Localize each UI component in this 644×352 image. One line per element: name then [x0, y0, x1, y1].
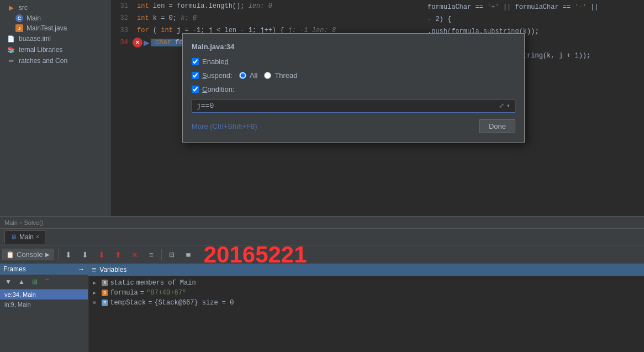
- file-tree-libs[interactable]: 📚 ternal Libraries: [0, 44, 110, 55]
- var-row-formula[interactable]: ▶ p formula = "87+40+67": [88, 288, 644, 298]
- var-static-name: static: [110, 279, 134, 287]
- sep-2: [161, 249, 162, 260]
- var-formula-val: "87+40+67": [146, 289, 186, 297]
- bp-enabled-text: Enabled: [202, 57, 229, 66]
- debugger-toolbar: 📋 Console ▶ ⬇ ⬇ ⬇ ⬆ ✕ ≡ ⊟ ≣ 20165221: [0, 245, 644, 264]
- frames-btn[interactable]: ⊟: [164, 248, 180, 262]
- bp-all-label[interactable]: All: [239, 71, 257, 80]
- file-tree-src[interactable]: ▶ src: [0, 2, 110, 13]
- bp-suspend-row: Suspend: All Thread: [192, 71, 515, 80]
- bp-condition-box: ⤢ ▾: [192, 99, 515, 113]
- bp-enabled-label[interactable]: Enabled: [192, 57, 229, 66]
- var-formula-eq: =: [140, 289, 144, 297]
- line-num-33: 33: [110, 27, 133, 34]
- ide-container: ▶ src C Main J MainTest.java 📄 buaase.im…: [0, 0, 644, 352]
- step-out-btn[interactable]: ⬆: [110, 248, 126, 262]
- step-over-btn[interactable]: ⬇: [61, 248, 76, 262]
- line-num-34: 34: [110, 39, 133, 46]
- bp-all-radio[interactable]: [239, 72, 246, 79]
- frames-down-btn[interactable]: ▲: [15, 276, 28, 288]
- bp-footer: More (Ctrl+Shift+F8) Done: [192, 119, 515, 133]
- step-into-btn[interactable]: ⬇: [77, 248, 93, 262]
- variables-icon: ≡: [92, 265, 96, 274]
- frames-expand-icon[interactable]: →: [78, 265, 85, 273]
- variables-panel: ≡ Variables ▶ s static members of Main ▶…: [88, 264, 644, 352]
- bp-suspend-label[interactable]: Suspend:: [192, 71, 233, 80]
- bp-thread-radio[interactable]: [264, 72, 271, 79]
- console-icon: 📋: [6, 251, 14, 259]
- variables-header: ≡ Variables: [88, 264, 644, 276]
- bp-dialog-title: Main.java:34: [192, 43, 515, 51]
- evaluate-btn[interactable]: ≡: [144, 248, 159, 262]
- bp-enabled-checkbox[interactable]: [192, 58, 199, 65]
- frames-list: ve:34, Main in:9, Main: [0, 290, 88, 352]
- var-expand-formula: ▶: [93, 290, 99, 296]
- breakpoint-dialog: Main.java:34 Enabled Suspend:: [182, 33, 525, 143]
- var-expand-tempstack: ≡: [93, 300, 99, 306]
- frames-item-1[interactable]: in:9, Main: [0, 300, 88, 309]
- breadcrumb-method: Solve(): [24, 219, 44, 226]
- file-tree-scratches-label: ratches and Con: [19, 57, 67, 65]
- frames-copy-btn[interactable]: ⊞: [29, 276, 41, 288]
- bp-condition-label[interactable]: Condition:: [192, 85, 235, 93]
- code-editor: 31 int len = formula.length(); len: 0 32…: [110, 0, 644, 216]
- var-expand-static: ▶: [93, 280, 99, 286]
- var-type-s: s: [102, 280, 108, 286]
- var-tempstack-val: {Stack@667} size = 0: [154, 299, 234, 307]
- bp-more-link[interactable]: More (Ctrl+Shift+F8): [192, 122, 257, 130]
- var-type-eq: ≡: [102, 300, 108, 306]
- frames-header: Frames →: [0, 264, 88, 275]
- var-static-suffix: members of Main: [136, 279, 196, 287]
- frames-panel: Frames → ▼ ▲ ⊞ → ve:34, Main in:9, Main: [0, 264, 88, 352]
- breadcrumb-bar: Main › Solve(): [0, 216, 644, 228]
- file-tree-iml-label: buaase.iml: [19, 35, 51, 43]
- bp-thread-label[interactable]: Thread: [264, 71, 297, 80]
- file-tree-src-label: src: [19, 4, 28, 12]
- main-debug-tab[interactable]: 🖥 Main ×: [4, 230, 45, 244]
- frames-item-0-label: ve:34, Main: [4, 291, 36, 298]
- force-step-into-btn[interactable]: ⬇: [94, 248, 109, 262]
- bp-suspend-checkbox[interactable]: [192, 72, 199, 79]
- frames-up-btn[interactable]: ▼: [2, 276, 14, 288]
- bp-condition-dropdown-icon[interactable]: ▾: [506, 102, 510, 110]
- file-tree-main-label: Main: [27, 14, 41, 22]
- keyword-int: int: [137, 2, 149, 10]
- src-icon: ▶: [7, 3, 15, 12]
- libs-icon: 📚: [7, 45, 15, 54]
- editor-area: ▶ src C Main J MainTest.java 📄 buaase.im…: [0, 0, 644, 216]
- java-file-icon: J: [15, 24, 23, 32]
- right-line-2: - 2) {: [427, 13, 640, 25]
- iml-icon: 📄: [7, 34, 15, 43]
- bp-condition-row: Condition:: [192, 85, 515, 93]
- bp-condition-input[interactable]: [197, 102, 497, 110]
- bp-condition-expand-icon[interactable]: ⤢: [499, 102, 504, 110]
- file-tree-maintest[interactable]: J MainTest.java: [0, 23, 110, 33]
- console-arrow: ▶: [45, 251, 50, 258]
- var-row-tempstack[interactable]: ≡ ≡ tempStack = {Stack@667} size = 0: [88, 298, 644, 308]
- frames-item-1-label: in:9, Main: [4, 301, 31, 308]
- var-tempstack-name: tempStack: [110, 299, 146, 307]
- frames-header-label: Frames: [3, 265, 26, 273]
- debugger-panel: Frames → ▼ ▲ ⊞ → ve:34, Main in:9, Main: [0, 264, 644, 352]
- var-row-static[interactable]: ▶ s static members of Main: [88, 278, 644, 288]
- console-tab[interactable]: 📋 Console ▶: [2, 249, 54, 260]
- file-tree-scratches[interactable]: ✏ ratches and Con: [0, 55, 110, 66]
- debugger-tabs: 🖥 Main ×: [0, 228, 644, 245]
- var-type-p: p: [102, 290, 108, 296]
- run-to-cursor-btn[interactable]: ✕: [127, 248, 142, 262]
- file-tree-iml[interactable]: 📄 buaase.iml: [0, 33, 110, 44]
- bp-suspend-text: Suspend:: [202, 71, 233, 80]
- bp-condition-checkbox[interactable]: [192, 86, 199, 93]
- frames-item-0[interactable]: ve:34, Main: [0, 290, 88, 300]
- main-tab-close[interactable]: ×: [36, 234, 39, 240]
- frames-toolbar: ▼ ▲ ⊞ →: [0, 275, 88, 290]
- bp-done-button[interactable]: Done: [479, 119, 515, 133]
- breakpoint-marker[interactable]: ✕: [133, 38, 142, 48]
- file-tree-main[interactable]: C Main: [0, 13, 110, 23]
- line-num-31: 31: [110, 2, 133, 10]
- variables-content: ▶ s static members of Main ▶ p formula =…: [88, 276, 644, 352]
- breadcrumb-main: Main: [4, 219, 18, 226]
- frames-sep: →: [44, 276, 50, 288]
- threads-btn[interactable]: ≣: [181, 248, 196, 262]
- right-line-1: formulaChar == '+' || formulaChar == '-'…: [427, 1, 640, 13]
